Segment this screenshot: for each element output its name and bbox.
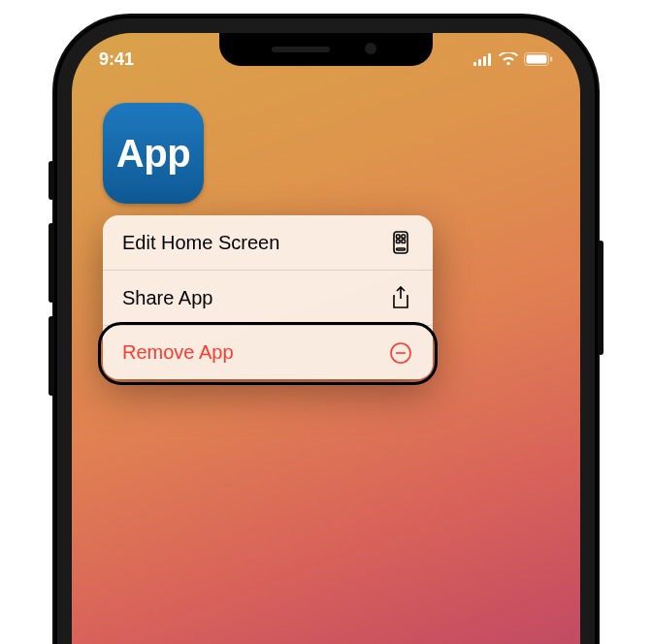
side-button [598, 241, 603, 355]
status-indicators [473, 52, 553, 66]
iphone-frame: 9:41 App Edit Home S [54, 16, 598, 644]
svg-rect-10 [397, 240, 401, 243]
app-icon[interactable]: App [103, 103, 204, 204]
status-time: 9:41 [99, 49, 134, 70]
menu-item-remove-app[interactable]: Remove App [103, 325, 433, 379]
volume-up-button [49, 223, 54, 303]
svg-rect-2 [483, 56, 486, 66]
home-screen: 9:41 App Edit Home S [72, 33, 580, 644]
menu-item-label: Remove App [122, 341, 234, 364]
volume-down-button [49, 316, 54, 396]
svg-rect-6 [550, 57, 552, 62]
menu-item-label: Share App [122, 287, 212, 309]
battery-icon [524, 52, 553, 66]
share-icon [388, 286, 413, 309]
cellular-icon [473, 53, 493, 66]
svg-rect-8 [397, 235, 401, 239]
app-icon-label: App [116, 132, 190, 176]
context-menu: Edit Home Screen Share App Remove App [103, 215, 433, 379]
status-bar: 9:41 [72, 43, 580, 76]
svg-rect-0 [473, 62, 476, 66]
mute-switch [49, 161, 54, 200]
svg-rect-9 [402, 235, 406, 239]
svg-rect-12 [397, 248, 406, 250]
menu-item-edit-home-screen[interactable]: Edit Home Screen [103, 215, 433, 270]
svg-rect-11 [402, 240, 406, 243]
svg-rect-3 [488, 53, 491, 66]
svg-rect-5 [527, 55, 547, 64]
svg-rect-1 [478, 59, 481, 66]
menu-item-share-app[interactable]: Share App [103, 270, 433, 325]
remove-icon [388, 342, 413, 364]
iphone-mockup: 9:41 App Edit Home S [0, 0, 652, 644]
wifi-icon [499, 52, 518, 66]
menu-item-label: Edit Home Screen [122, 232, 279, 254]
phone-home-icon [388, 231, 413, 254]
